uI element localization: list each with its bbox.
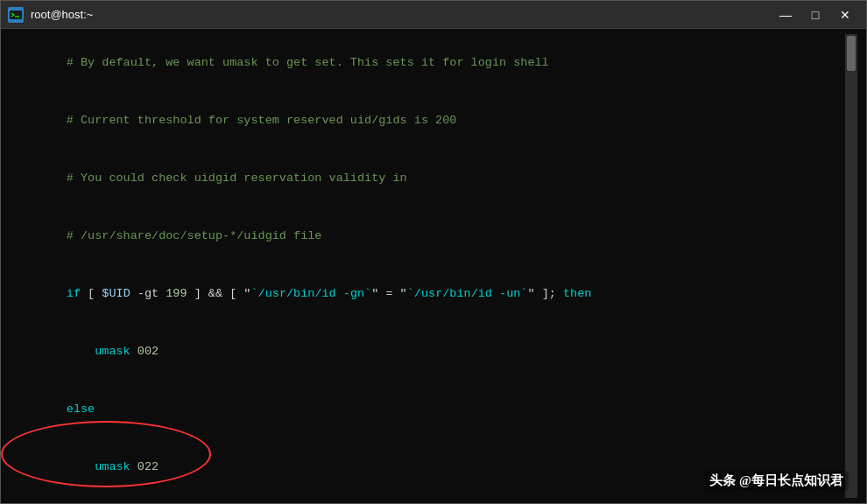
terminal-icon [8, 7, 24, 23]
line-text: # Current threshold for system reserved … [67, 114, 457, 127]
terminal-body: # By default, we want umask to get set. … [1, 29, 866, 503]
svg-rect-1 [10, 10, 22, 19]
terminal-window: root@host:~ — □ ✕ # By default, we want … [0, 0, 867, 504]
terminal-content[interactable]: # By default, we want umask to get set. … [10, 34, 845, 498]
close-button[interactable]: ✕ [831, 5, 859, 24]
code-line-2: # Current threshold for system reserved … [10, 92, 845, 150]
line-text: # /usr/share/doc/setup-*/uidgid file [67, 229, 322, 242]
code-line-3: # You could check uidgid reservation val… [10, 150, 845, 207]
code-line-6: umask 002 [10, 323, 845, 381]
scrollbar-thumb[interactable] [847, 36, 856, 71]
watermark-text: 头条 @每日长点知识君 [709, 472, 843, 489]
line-text: # By default, we want umask to get set. … [67, 56, 549, 69]
line-text: # You could check uidgid reservation val… [67, 172, 407, 185]
watermark: 头条 @每日长点知识君 [704, 471, 849, 491]
code-line-5: if [ $UID -gt 199 ] && [ "`/usr/bin/id -… [10, 265, 845, 323]
code-line-4: # /usr/share/doc/setup-*/uidgid file [10, 207, 845, 265]
scrollbar[interactable] [845, 34, 857, 498]
code-line-9: fi [10, 496, 845, 498]
code-line-1: # By default, we want umask to get set. … [10, 34, 845, 92]
code-line-7: else [10, 381, 845, 438]
title-bar: root@host:~ — □ ✕ [1, 1, 866, 29]
window-controls: — □ ✕ [772, 5, 859, 24]
window-title: root@host:~ [31, 8, 772, 21]
maximize-button[interactable]: □ [801, 5, 829, 24]
minimize-button[interactable]: — [772, 5, 800, 24]
